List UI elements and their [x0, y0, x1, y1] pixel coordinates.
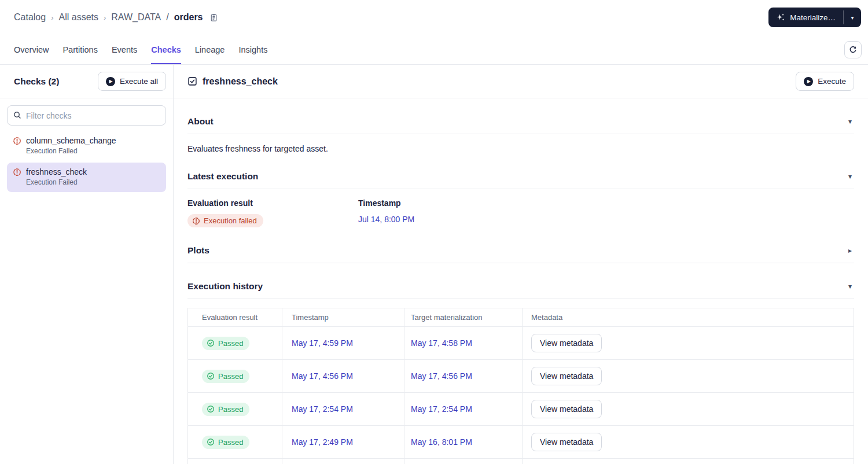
- view-metadata-button[interactable]: View metadata: [531, 400, 602, 418]
- execution-timestamp-link[interactable]: May 17, 4:59 PM: [292, 338, 353, 348]
- passed-badge: Passed: [202, 403, 249, 416]
- column-header-timestamp: Timestamp: [282, 308, 404, 327]
- materialize-split-button: Materialize… ▾: [768, 8, 861, 27]
- latest-execution-section-header: Latest execution ▾: [187, 171, 854, 182]
- play-icon: ▶: [804, 77, 813, 86]
- passed-badge-label: Passed: [218, 339, 243, 348]
- about-section-header: About ▾: [187, 116, 854, 127]
- execution-timestamp-link[interactable]: May 17, 2:49 PM: [292, 437, 353, 447]
- check-list-item-freshness-check[interactable]: freshness_check Execution Failed: [7, 163, 166, 192]
- breadcrumb-all-assets[interactable]: All assets: [59, 12, 98, 23]
- check-name: freshness_check: [26, 167, 87, 176]
- evaluation-result-label: Evaluation result: [187, 198, 358, 208]
- tab-events[interactable]: Events: [112, 35, 137, 64]
- top-bar: Catalog › All assets › RAW_DATA / orders: [0, 0, 868, 35]
- passed-check-icon: [207, 438, 215, 446]
- plots-section-header: Plots ▸: [187, 245, 854, 256]
- asset-check-icon: [187, 76, 197, 86]
- breadcrumb-separator-icon: ›: [51, 13, 53, 22]
- check-detail-header: freshness_check ▶ Execute: [174, 65, 868, 98]
- execution-failed-badge: Execution failed: [187, 214, 263, 227]
- latest-execution-heading: Latest execution: [187, 171, 258, 182]
- check-list-item-column-schema-change[interactable]: column_schema_change Execution Failed: [7, 131, 166, 161]
- tab-lineage[interactable]: Lineage: [195, 35, 225, 64]
- chevron-right-icon[interactable]: ▸: [846, 246, 854, 255]
- view-metadata-button[interactable]: View metadata: [531, 433, 602, 451]
- sidebar-header: Checks (2) ▶ Execute all: [0, 65, 173, 98]
- target-materialization-link[interactable]: May 16, 8:01 PM: [411, 437, 472, 447]
- execution-timestamp-link[interactable]: May 17, 4:56 PM: [292, 371, 353, 381]
- page-title: freshness_check: [203, 76, 278, 87]
- table-row: Passed May 17, 4:59 PM May 17, 4:58 PM V…: [188, 327, 854, 360]
- materialize-button-label: Materialize…: [790, 13, 836, 22]
- table-row: Passed May 17, 2:49 PM May 16, 8:01 PM V…: [188, 426, 854, 459]
- tab-partitions[interactable]: Partitions: [62, 35, 97, 64]
- execution-failed-icon: [192, 217, 200, 225]
- table-row: Passed May 17, 4:56 PM May 17, 4:56 PM V…: [188, 360, 854, 393]
- check-detail-pane: freshness_check ▶ Execute About ▾ Evalua…: [174, 65, 868, 464]
- passed-badge: Passed: [202, 436, 249, 449]
- view-metadata-button[interactable]: View metadata: [531, 367, 602, 385]
- execution-failed-icon: [13, 137, 21, 145]
- chevron-down-icon: ▾: [851, 14, 854, 21]
- execution-history-table: Evaluation result Timestamp Target mater…: [187, 308, 854, 464]
- chevron-down-icon[interactable]: ▾: [846, 172, 854, 181]
- divider: [187, 134, 854, 134]
- execute-label: Execute: [818, 77, 846, 86]
- latest-execution-grid: Evaluation result Execution failed: [187, 198, 854, 227]
- check-status: Execution Failed: [26, 147, 160, 155]
- tab-insights[interactable]: Insights: [238, 35, 267, 64]
- chevron-down-icon[interactable]: ▾: [846, 282, 854, 290]
- execute-all-label: Execute all: [120, 77, 158, 86]
- materialize-button[interactable]: Materialize…: [768, 8, 843, 27]
- breadcrumb-namespace[interactable]: RAW_DATA: [111, 12, 161, 23]
- target-materialization-link[interactable]: May 17, 4:56 PM: [411, 371, 472, 381]
- app-window: Catalog › All assets › RAW_DATA / orders: [0, 0, 868, 464]
- table-row: [188, 459, 854, 464]
- execution-failed-icon: [13, 168, 21, 176]
- check-detail-body: About ▾ Evaluates freshness for targeted…: [174, 98, 868, 464]
- table-header-row: Evaluation result Timestamp Target mater…: [188, 308, 854, 327]
- target-materialization-link[interactable]: May 17, 2:54 PM: [411, 404, 472, 414]
- tab-checks[interactable]: Checks: [151, 35, 181, 64]
- check-status: Execution Failed: [26, 178, 160, 186]
- passed-badge: Passed: [202, 337, 249, 350]
- view-metadata-button[interactable]: View metadata: [531, 334, 602, 352]
- materialize-dropdown-button[interactable]: ▾: [844, 8, 861, 27]
- divider: [187, 263, 854, 263]
- divider: [187, 299, 854, 299]
- passed-check-icon: [207, 405, 215, 413]
- tab-overview[interactable]: Overview: [14, 35, 49, 64]
- execution-timestamp-link[interactable]: May 17, 2:54 PM: [292, 404, 353, 414]
- execute-button[interactable]: ▶ Execute: [796, 72, 854, 91]
- copy-icon[interactable]: [209, 13, 218, 22]
- plots-heading: Plots: [187, 245, 209, 256]
- chevron-down-icon[interactable]: ▾: [846, 117, 854, 126]
- table-row: Passed May 17, 2:54 PM May 17, 2:54 PM V…: [188, 393, 854, 426]
- column-header-evaluation-result: Evaluation result: [188, 308, 282, 327]
- about-heading: About: [187, 116, 214, 127]
- breadcrumb-asset-name: orders: [174, 12, 203, 23]
- filter-checks-input[interactable]: [7, 105, 166, 126]
- passed-check-icon: [207, 372, 215, 380]
- breadcrumb-separator-icon: ›: [104, 13, 106, 22]
- breadcrumb: Catalog › All assets › RAW_DATA / orders: [14, 12, 218, 23]
- passed-badge-label: Passed: [218, 372, 243, 381]
- asset-tabs: Overview Partitions Events Checks Lineag…: [0, 35, 868, 65]
- play-icon: ▶: [106, 77, 115, 86]
- passed-badge: Passed: [202, 370, 249, 383]
- passed-badge-label: Passed: [218, 405, 243, 414]
- execute-all-button[interactable]: ▶ Execute all: [98, 72, 166, 91]
- refresh-button[interactable]: [844, 41, 862, 58]
- target-materialization-link[interactable]: May 17, 4:58 PM: [411, 338, 472, 348]
- column-header-metadata: Metadata: [523, 308, 854, 327]
- check-name: column_schema_change: [26, 136, 116, 145]
- execution-failed-badge-label: Execution failed: [204, 216, 257, 225]
- breadcrumb-path-separator: /: [166, 12, 168, 23]
- latest-timestamp-link[interactable]: Jul 14, 8:00 PM: [358, 215, 414, 224]
- refresh-icon: [848, 45, 858, 54]
- execution-history-section-header: Execution history ▾: [187, 281, 854, 292]
- passed-check-icon: [207, 339, 215, 347]
- breadcrumb-catalog[interactable]: Catalog: [14, 12, 46, 23]
- execution-history-heading: Execution history: [187, 281, 263, 292]
